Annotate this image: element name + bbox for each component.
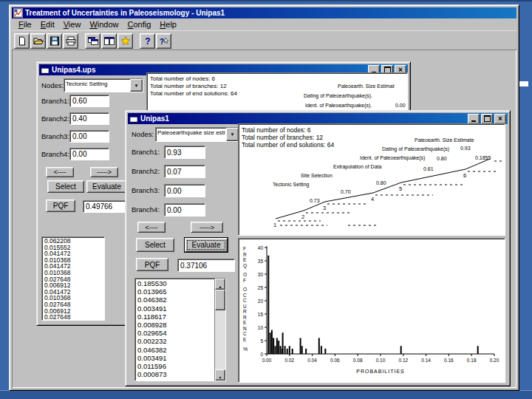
document-window-icon	[129, 115, 138, 123]
select-button[interactable]: Select	[47, 180, 84, 193]
scrollbar-track[interactable]	[215, 290, 225, 369]
menu-edit[interactable]: Edit	[36, 19, 59, 30]
histogram-bar	[273, 338, 274, 354]
unipas4-results: 0.0622080.0155520.0414720.0103680.041472…	[42, 237, 104, 320]
menu-bar: FileEditViewWindowConfigHelp	[12, 18, 516, 30]
new-icon	[16, 36, 28, 46]
svg-text:0.16: 0.16	[444, 358, 454, 363]
branch-prev-button[interactable]: <----	[137, 222, 166, 233]
menu-file[interactable]: File	[14, 19, 36, 30]
tree-label-dating: Dating of Paleoearthquake(s).	[304, 93, 372, 98]
help-icon: ?	[142, 36, 154, 46]
pqf-value-field[interactable]: 0.37106	[177, 259, 235, 272]
svg-text:0.14: 0.14	[421, 358, 431, 363]
toolbar-wizard-button[interactable]	[117, 33, 133, 49]
svg-text:PROBABILITIES: PROBABILITIES	[356, 369, 405, 374]
result-item[interactable]: 0.118617	[137, 313, 214, 321]
evaluate-button[interactable]: Evaluate	[86, 180, 127, 193]
svg-text:R: R	[243, 252, 247, 257]
results-listbox[interactable]: 0.1855300.0139650.0463820.0034910.118617…	[134, 278, 226, 381]
result-item[interactable]: 0.029654	[137, 329, 214, 337]
svg-text:C: C	[243, 293, 247, 298]
branch2-field[interactable]: 0.40	[69, 112, 109, 125]
chevron-down-icon[interactable]	[130, 79, 143, 92]
svg-text:O: O	[243, 287, 247, 292]
nodes-dropdown[interactable]: Tectonic Setting	[64, 78, 143, 92]
result-item[interactable]: 0.000873	[137, 370, 214, 378]
nodes-dropdown-value: Paleoearthquake size esti	[156, 128, 226, 141]
scroll-up-button[interactable]	[215, 279, 225, 290]
result-item[interactable]: 0.013965	[137, 287, 214, 296]
result-item[interactable]: 0.003491	[137, 304, 214, 313]
branch3-label: Branch3:	[132, 186, 160, 194]
maximize-button[interactable]	[481, 114, 493, 124]
result-item[interactable]: 0.029654	[137, 378, 214, 381]
pqf-button[interactable]: PQF	[136, 258, 168, 271]
svg-text:R: R	[243, 315, 247, 320]
result-item[interactable]: 0.002232	[137, 337, 214, 345]
app-icon	[13, 8, 23, 18]
svg-text:0.12: 0.12	[398, 358, 408, 363]
select-button[interactable]: Select	[136, 238, 174, 252]
svg-text:E: E	[243, 337, 247, 342]
results-listbox[interactable]: 0.0622080.0155520.0414720.0103680.041472…	[41, 236, 105, 321]
histogram-bar	[276, 338, 278, 354]
listbox-scrollbar[interactable]	[214, 279, 225, 381]
svg-text:1: 1	[273, 222, 276, 228]
menu-window[interactable]: Window	[85, 19, 123, 30]
menu-view[interactable]: View	[59, 19, 86, 30]
branch1-field[interactable]: 0.60	[69, 95, 109, 107]
svg-text:40: 40	[258, 245, 264, 250]
branch1-field[interactable]: 0.93	[164, 146, 205, 159]
result-item[interactable]: 0.027648	[44, 314, 104, 320]
branch2-field[interactable]: 0.07	[164, 165, 205, 178]
histogram-bar	[300, 338, 301, 354]
toolbar-new-button[interactable]	[14, 33, 30, 49]
result-item[interactable]: 0.008928	[137, 321, 214, 329]
toolbar-save-button[interactable]	[47, 33, 62, 49]
branch3-field[interactable]: 0.00	[164, 184, 205, 197]
svg-text:Site Selection: Site Selection	[301, 173, 332, 178]
close-button[interactable]	[494, 114, 506, 124]
chevron-down-icon[interactable]	[226, 128, 239, 141]
branch4-field[interactable]: 0.00	[69, 148, 109, 160]
scrollbar-thumb[interactable]	[215, 290, 225, 310]
branch-next-button[interactable]: ----->	[90, 167, 118, 177]
result-item[interactable]: 0.046382	[137, 296, 214, 304]
minimize-button[interactable]	[468, 114, 480, 124]
evaluate-button[interactable]: Evaluate	[185, 238, 228, 252]
info-total-branches: Total number of branches: 12	[150, 83, 227, 89]
toolbar-cascade-button[interactable]	[85, 33, 100, 49]
app-titlebar[interactable]: Treatment of Uncertainties in Paleoseism…	[12, 7, 516, 18]
branch2-label: Branch2:	[41, 115, 69, 123]
menu-config[interactable]: Config	[123, 19, 156, 30]
info-total-solutions: Total number of end solutions: 64	[150, 90, 237, 97]
branch-prev-button[interactable]: <----	[46, 167, 74, 177]
wizard-icon	[120, 36, 132, 46]
unipas1-titlebar[interactable]: Unipas1	[128, 113, 508, 124]
toolbar-tile-button[interactable]	[101, 33, 117, 49]
result-item[interactable]: 0.011596	[137, 362, 214, 370]
menu-help[interactable]: Help	[155, 19, 181, 30]
histogram-bar	[278, 341, 279, 354]
svg-text:E: E	[243, 257, 247, 262]
toolbar-separator	[79, 33, 84, 49]
result-item[interactable]: 0.185530	[137, 279, 214, 287]
svg-text:F: F	[243, 246, 246, 251]
toolbar-context-help-button[interactable]: ?	[156, 33, 171, 49]
result-item[interactable]: 0.046382	[137, 346, 214, 354]
svg-text:0.10: 0.10	[376, 358, 386, 363]
toolbar-help-button[interactable]: ?	[140, 33, 155, 49]
branch4-field[interactable]: 0.00	[164, 203, 205, 216]
pqf-button[interactable]: PQF	[46, 200, 75, 212]
branch3-field[interactable]: 0.00	[69, 130, 109, 143]
nodes-dropdown[interactable]: Paleoearthquake size esti	[155, 127, 239, 142]
svg-text:?: ?	[145, 36, 150, 46]
branch-next-button[interactable]: ----->	[191, 222, 223, 233]
svg-text:N: N	[243, 326, 247, 331]
svg-text:15: 15	[258, 312, 264, 317]
result-item[interactable]: 0.003491	[137, 354, 214, 362]
toolbar-print-button[interactable]	[63, 33, 78, 49]
scroll-down-button[interactable]	[215, 369, 225, 381]
toolbar-open-button[interactable]	[30, 33, 46, 49]
